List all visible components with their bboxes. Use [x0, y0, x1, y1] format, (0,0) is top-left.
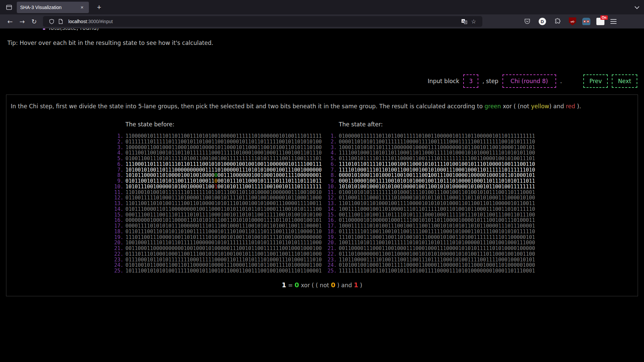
state-row: 2.00001101010110011111110000111100111100…	[323, 139, 537, 145]
url-bar[interactable]: localhost:3000/#input AF ☆	[43, 16, 482, 27]
bit-string[interactable]: 1000111111010100111001001110011001010101…	[339, 223, 535, 229]
bit-string[interactable]: 0111010000000110011000010010101010000010…	[339, 251, 535, 257]
highlighted-bit-green[interactable]: 0	[214, 172, 217, 178]
state-before-title: The state before:	[125, 121, 323, 128]
translate-icon[interactable]: AF	[461, 19, 467, 24]
formula-red-bit: 1	[354, 281, 358, 289]
row-number: 11.	[110, 190, 123, 195]
bit-string: 0111000101101011111110001111100001101110…	[125, 257, 322, 263]
row-number: 5.	[110, 156, 123, 162]
bit-string[interactable]: 0110000010100000100011110010101101100001…	[339, 218, 535, 223]
bit-string[interactable]: 0011000011100011001000111000100011100001…	[339, 246, 535, 251]
browser-tab-bar: SHA-3 Visualization × +	[0, 0, 644, 14]
bit-string[interactable]: 1001111010111001011111101010110101111010…	[339, 240, 535, 246]
bit-string[interactable]: 1010101001000101010010000100110010101000…	[339, 184, 535, 190]
row-number: 23.	[323, 257, 337, 263]
bit-string[interactable]: 1111111110101101100101110100111100001110…	[339, 268, 535, 274]
next-button[interactable]: Next	[612, 74, 637, 88]
bit-string[interactable]: 1001111000100110100001110110111110011010…	[339, 206, 535, 212]
page-info-icon[interactable]	[58, 19, 63, 24]
firefox-view-icon[interactable]	[4, 2, 14, 12]
bit-string: 1110001101111011101101111001010100001001…	[125, 162, 322, 167]
bit-string[interactable]: 0100000111111011011001111101001100000101…	[339, 133, 535, 139]
bit-string[interactable]: 1111001000110101101100011011000111110100…	[339, 150, 535, 156]
extensions-puzzle-icon[interactable]	[554, 18, 561, 25]
bit-string[interactable]: 0100101010111111110100011110100111001001…	[339, 190, 535, 195]
bit-string[interactable]: 0000110101011001111111000011110011110001…	[339, 139, 535, 145]
bit-string: 1101001010010111111101111110110111001101…	[125, 190, 322, 195]
state-row: 2.01111111011111011100101101001100100001…	[110, 139, 323, 145]
bit-string[interactable]: 1101100101101000100111100001010101010001…	[339, 201, 535, 206]
dark-reader-icon[interactable]: D	[539, 18, 546, 25]
bit-string: 1110110011100001001101011110101001010011…	[125, 235, 322, 240]
screenshot-extension-icon[interactable]: On	[596, 18, 604, 25]
state-row: 3.10001101010110111100000010000111100000…	[323, 145, 537, 150]
bit-string[interactable]: 1111010001110110100110010010010100011100…	[339, 167, 535, 173]
state-row: 17.0000111101010101110000001110111001000…	[110, 223, 323, 229]
new-tab-button[interactable]: +	[94, 3, 104, 12]
bit-string: 0101100101110101100111010001100010111011…	[125, 178, 322, 184]
list-bullet: ▪	[43, 28, 46, 31]
row-number: 18.	[323, 229, 337, 235]
row-number: 18.	[110, 229, 123, 235]
highlighted-bit-red[interactable]: 1	[214, 184, 217, 190]
step-select[interactable]: Chi (round 8)	[502, 74, 556, 88]
state-row: 25.1011100101010100111110001011001011000…	[110, 268, 323, 274]
bit-string[interactable]: 1101100001111010011100110011101111000101…	[339, 257, 535, 263]
state-row: 21.0011000110000000000100100010100000111…	[110, 246, 323, 251]
bit-string[interactable]: 0001100001001111001010101000100110111010…	[339, 178, 535, 184]
bit-string[interactable]: 1000110101011011110000001000011110000000…	[339, 145, 535, 150]
forward-button[interactable]: →	[16, 18, 28, 25]
prev-button[interactable]: Prev	[583, 74, 608, 88]
shield-icon[interactable]	[49, 19, 54, 24]
row-number: 11.	[323, 190, 337, 195]
bit-string: 1010111001000001010010000110010010101110…	[125, 184, 322, 190]
explanation-text: In the Chi step, first we divide the sta…	[11, 103, 633, 110]
bookmark-star-icon[interactable]: ☆	[471, 18, 476, 25]
block-select[interactable]: 3	[463, 74, 478, 88]
bit-string[interactable]: 1110110011100011001101001011100001010011…	[339, 235, 535, 240]
back-button[interactable]: ←	[4, 18, 16, 25]
row-number: 9.	[110, 178, 123, 184]
bit-string[interactable]: 0111001011110111101100001100111101111111…	[339, 156, 535, 162]
menu-hamburger-icon[interactable]	[610, 19, 616, 24]
period-text: .	[560, 78, 562, 84]
state-row: 16.0000000010001011000011010101011001101…	[110, 218, 323, 223]
state-row: 11.0100101010111111110100011110100111001…	[323, 190, 537, 195]
bit-string[interactable]: 0101001001000110011111000011000011000001…	[339, 262, 535, 268]
step-label: , step	[482, 78, 498, 84]
highlighted-bit-white[interactable]: 1	[428, 172, 431, 178]
list-all-tabs-button[interactable]	[635, 6, 639, 8]
row-number: 5.	[323, 156, 337, 162]
bit-string[interactable]: 0000101000110100011001001110010011100100…	[339, 173, 535, 178]
bit-string: 0001110011100111011110101111000100101101…	[125, 212, 322, 218]
ublock-origin-icon[interactable]: uO	[569, 17, 576, 25]
reload-button[interactable]: ↻	[28, 18, 40, 25]
bit-string[interactable]: 0111111101100110010110011110011111000101…	[339, 229, 535, 235]
bit-string: 0101110000110110000000010011000110101101…	[125, 206, 322, 212]
privacy-robot-icon[interactable]	[582, 18, 590, 25]
bit-string: 1010010100110111000000000011110100000111…	[125, 167, 322, 173]
row-number: 22.	[323, 251, 337, 257]
bit-string[interactable]: 1110101101111011100100110001010111101001…	[339, 162, 535, 167]
state-row: 15.0011100110100111011110101111000100011…	[323, 212, 537, 218]
state-row: 22.0111010000000110011000010010101010000…	[323, 251, 537, 257]
pocket-icon[interactable]	[524, 18, 531, 25]
bit-string: 0000000010001011000011010101011001101010…	[125, 218, 322, 223]
tab-sha3-visualization[interactable]: SHA-3 Visualization ×	[17, 2, 89, 13]
row-number: 3.	[110, 145, 123, 150]
tip-text: Tip: Hover over each bit in the resultin…	[7, 40, 644, 46]
state-row: 4.01110011001001011011011111110001111101…	[110, 150, 323, 156]
tab-title: SHA-3 Visualization	[20, 5, 78, 10]
tab-close-icon[interactable]: ×	[78, 4, 86, 11]
bit-formula: 1 = 0 xor ( ( not 0 ) and 1 )	[11, 281, 633, 289]
state-row: 1.01000001111110110110011111010011000001…	[323, 133, 537, 139]
url-text[interactable]: localhost:3000/#input	[68, 19, 113, 24]
highlighted-bit-yellow[interactable]: 0	[214, 178, 217, 184]
row-number: 4.	[110, 150, 123, 156]
state-row: 16.0110000010100000100011110010101101100…	[323, 218, 537, 223]
row-number: 4.	[323, 150, 337, 156]
bit-string[interactable]: 0110001111000111110100001010101101110001…	[339, 195, 535, 201]
red-word: red	[566, 103, 575, 110]
bit-string[interactable]: 0011100110100111011110101111000100011111…	[339, 212, 535, 218]
